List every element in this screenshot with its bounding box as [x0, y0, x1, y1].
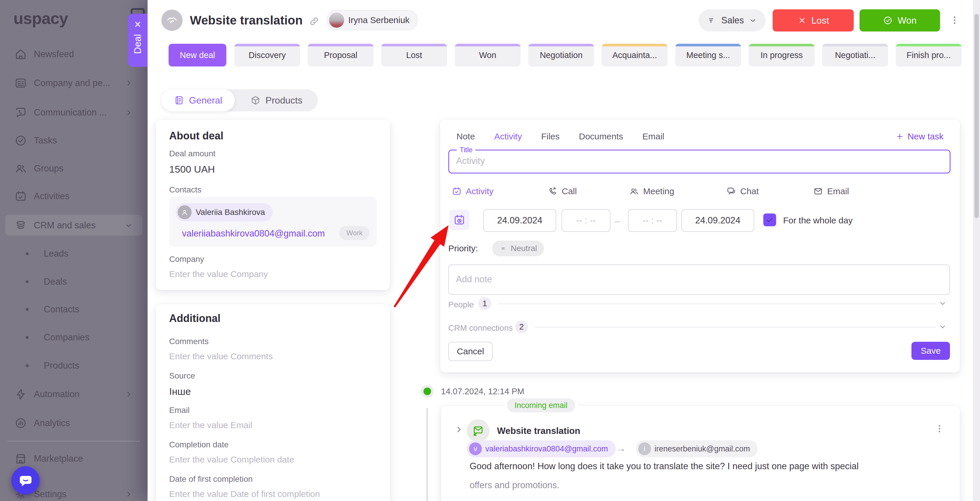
- field-value[interactable]: Інше: [169, 386, 191, 397]
- sidebar-item-products[interactable]: Products: [0, 356, 148, 375]
- chat-launcher-button[interactable]: [11, 466, 40, 495]
- additional-card: Additional CommentsEnter the value Comme…: [156, 304, 390, 501]
- won-button[interactable]: Won: [859, 10, 940, 32]
- contact-chip[interactable]: Valeriia Bashkirova: [176, 203, 273, 221]
- composer-tab-files[interactable]: Files: [541, 132, 559, 142]
- sidebar-item-deals[interactable]: Deals: [0, 272, 148, 291]
- stage-label: Won: [479, 51, 496, 60]
- activity-type-label: Activity: [466, 186, 493, 196]
- field-label-completion-date: Completion date: [169, 440, 229, 449]
- date-picker-button[interactable]: [449, 210, 469, 230]
- note-input[interactable]: [455, 266, 938, 293]
- field-placeholder[interactable]: Enter the value Comments: [169, 351, 273, 361]
- field-placeholder[interactable]: Enter the value Email: [169, 420, 252, 430]
- people-count-badge: 1: [478, 297, 491, 310]
- won-button-label: Won: [897, 15, 916, 26]
- sidebar-item-label: Communication ...: [34, 107, 107, 118]
- note-field: [448, 264, 950, 295]
- company-icon: [14, 77, 27, 89]
- stage-label: Negotiation: [540, 51, 583, 60]
- email-more-options-icon[interactable]: [934, 423, 945, 434]
- envelope-icon: [813, 186, 823, 196]
- stage-chip-in-progress[interactable]: In progress: [749, 44, 815, 67]
- email-to-chip[interactable]: i ireneserbeniuk@gmail.com: [636, 441, 758, 457]
- copy-link-icon[interactable]: [309, 16, 320, 27]
- priority-label: Priority:: [448, 243, 478, 253]
- sidebar-item-companies[interactable]: Companies: [0, 328, 148, 347]
- more-options-icon[interactable]: [949, 14, 960, 25]
- whole-day-label[interactable]: For the whole day: [783, 216, 853, 226]
- email-subject: Website translation: [497, 426, 580, 436]
- sidebar-item-newsfeed[interactable]: Newsfeed: [0, 45, 148, 64]
- activity-title-input[interactable]: [456, 151, 938, 170]
- sidebar-item-automation[interactable]: Automation: [0, 385, 148, 404]
- sidebar-item-communication[interactable]: Communication ...: [0, 103, 148, 122]
- people-expand-chevron-icon[interactable]: [938, 299, 947, 308]
- additional-heading: Additional: [169, 312, 221, 324]
- scrollbar-thumb[interactable]: [974, 14, 979, 218]
- deal-slideover-tab[interactable]: × Deal: [128, 14, 148, 67]
- expand-chevron-icon[interactable]: [454, 425, 464, 434]
- field-placeholder[interactable]: Enter the value Date of first completion: [169, 489, 320, 499]
- composer-tab-note[interactable]: Note: [457, 132, 475, 142]
- start-time-field[interactable]: -- : --: [562, 209, 611, 232]
- pipeline-select[interactable]: Sales: [698, 10, 766, 32]
- composer-tab-activity[interactable]: Activity: [494, 132, 522, 142]
- activity-type-chat[interactable]: Chat: [726, 184, 759, 198]
- whole-day-checkbox[interactable]: [763, 213, 776, 226]
- tab-general[interactable]: General: [161, 89, 235, 111]
- start-date-field[interactable]: 24.09.2024: [483, 209, 556, 232]
- activity-type-activity[interactable]: Activity: [452, 184, 493, 198]
- stage-chip-lost[interactable]: Lost: [381, 44, 447, 67]
- crm-expand-chevron-icon[interactable]: [938, 322, 947, 331]
- email-from-chip[interactable]: v valeriabashkirova0804@gmail.com: [467, 441, 616, 457]
- stage-chip-discovery[interactable]: Discovery: [234, 44, 300, 67]
- stage-chip-negotiati[interactable]: Negotiati...: [822, 44, 888, 67]
- field-placeholder[interactable]: Enter the value Completion date: [169, 455, 294, 464]
- priority-chip[interactable]: Neutral: [492, 240, 544, 256]
- sidebar-item-company-and-pe[interactable]: Company and pe...: [0, 73, 148, 93]
- company-placeholder[interactable]: Enter the value Company: [169, 269, 268, 279]
- stage-label: Negotiati...: [835, 51, 876, 60]
- close-icon[interactable]: ×: [134, 18, 141, 30]
- bullet-icon: [25, 252, 29, 255]
- stage-label: New deal: [180, 51, 215, 60]
- bullet-icon: [25, 364, 29, 367]
- contact-email-link[interactable]: valeriiabashkirova0804@gmail.com: [182, 228, 325, 239]
- stage-chip-won[interactable]: Won: [455, 44, 520, 67]
- stage-chip-proposal[interactable]: Proposal: [308, 44, 374, 67]
- save-button[interactable]: Save: [912, 342, 950, 360]
- sidebar-item-groups[interactable]: Groups: [0, 159, 148, 178]
- end-time-field[interactable]: -- : --: [628, 209, 677, 232]
- sidebar-item-activities[interactable]: Activities: [0, 187, 148, 206]
- sidebar-item-analytics[interactable]: Analytics: [0, 414, 148, 433]
- composer-tab-documents[interactable]: Documents: [579, 132, 623, 142]
- from-email: valeriabashkirova0804@gmail.com: [485, 444, 608, 453]
- app-logo[interactable]: uspacy: [13, 9, 68, 28]
- sidebar-item-leads[interactable]: Leads: [0, 244, 148, 263]
- end-date-field[interactable]: 24.09.2024: [681, 209, 754, 232]
- sidebar-item-crm-and-sales[interactable]: CRM and sales: [0, 216, 148, 235]
- activity-type-call[interactable]: Call: [548, 184, 577, 198]
- tab-products[interactable]: Products: [235, 89, 318, 111]
- handshake-icon: [166, 14, 178, 27]
- stage-chip-new-deal[interactable]: New deal: [169, 44, 226, 67]
- cancel-button[interactable]: Cancel: [448, 342, 493, 361]
- sidebar-item-marketplace[interactable]: Marketplace: [0, 449, 148, 468]
- new-task-button[interactable]: New task: [896, 132, 943, 142]
- calendar-check-icon: [14, 190, 27, 203]
- stage-chip-negotiation[interactable]: Negotiation: [528, 44, 594, 67]
- activity-type-email[interactable]: Email: [813, 184, 849, 198]
- stage-label: Finish pro...: [907, 51, 951, 60]
- lost-button[interactable]: Lost: [773, 10, 854, 32]
- owner-chip[interactable]: Iryna Serbeniuk: [327, 10, 418, 30]
- stage-chip-meeting-s[interactable]: Meeting s...: [675, 44, 741, 67]
- deal-amount-value[interactable]: 1500 UAH: [169, 164, 215, 175]
- stage-chip-acquainta[interactable]: Acquainta...: [602, 44, 668, 67]
- composer-tab-email[interactable]: Email: [642, 132, 664, 142]
- sidebar-item-tasks[interactable]: Tasks: [0, 131, 148, 150]
- stage-chip-finish-pro[interactable]: Finish pro...: [896, 44, 962, 67]
- activity-type-meeting[interactable]: Meeting: [629, 184, 675, 198]
- sidebar-item-contacts[interactable]: Contacts: [0, 300, 148, 319]
- calendar-check-icon: [452, 186, 462, 196]
